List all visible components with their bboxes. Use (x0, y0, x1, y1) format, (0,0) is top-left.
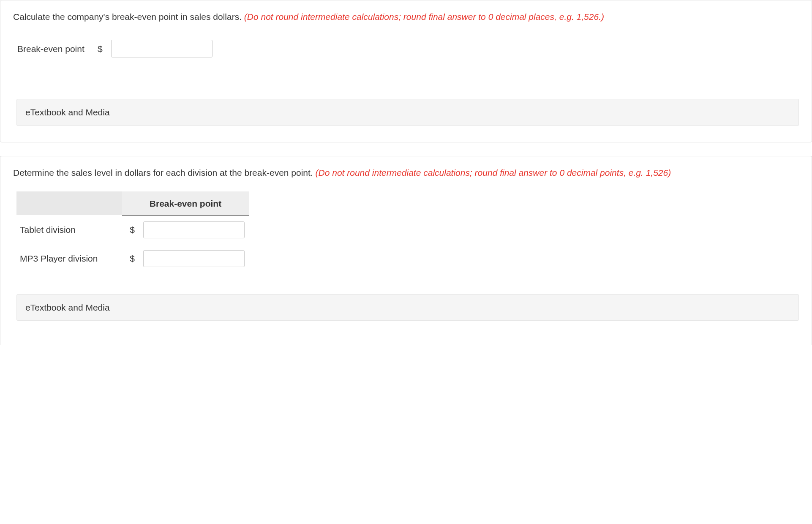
prompt-hint-1: (Do not round intermediate calculations;… (244, 12, 604, 22)
mp3-division-input[interactable] (143, 250, 245, 267)
row-label-mp3: MP3 Player division (16, 244, 122, 273)
answer-row-breakeven: Break-even point $ (17, 40, 799, 57)
tablet-division-input[interactable] (143, 221, 245, 238)
division-table: Break-even point Tablet division $ MP3 P… (16, 191, 249, 273)
division-table-container: Break-even point Tablet division $ MP3 P… (0, 183, 812, 277)
table-row: Tablet division $ (16, 215, 249, 244)
prompt-text-2: Determine the sales level in dollars for… (13, 168, 316, 177)
question-block-1: Calculate the company's break-even point… (0, 0, 812, 142)
currency-symbol-tablet: $ (122, 215, 139, 244)
prompt-text-1: Calculate the company's break-even point… (13, 12, 244, 22)
breakeven-input[interactable] (111, 40, 213, 57)
etextbook-button-1[interactable]: eTextbook and Media (16, 99, 799, 126)
table-row: MP3 Player division $ (16, 244, 249, 273)
answer-area-1: Break-even point $ (0, 27, 812, 82)
currency-symbol-mp3: $ (122, 244, 139, 273)
table-header-breakeven: Break-even point (122, 191, 249, 215)
currency-symbol-1: $ (98, 43, 103, 55)
table-header-empty (16, 191, 122, 215)
etextbook-button-2[interactable]: eTextbook and Media (16, 294, 799, 321)
row-label-tablet: Tablet division (16, 215, 122, 244)
answer-label-breakeven: Break-even point (17, 43, 89, 55)
question-prompt-2: Determine the sales level in dollars for… (0, 156, 812, 183)
prompt-hint-2: (Do not round intermediate calculations;… (316, 168, 671, 177)
question-prompt-1: Calculate the company's break-even point… (0, 0, 812, 27)
question-block-2: Determine the sales level in dollars for… (0, 156, 812, 345)
